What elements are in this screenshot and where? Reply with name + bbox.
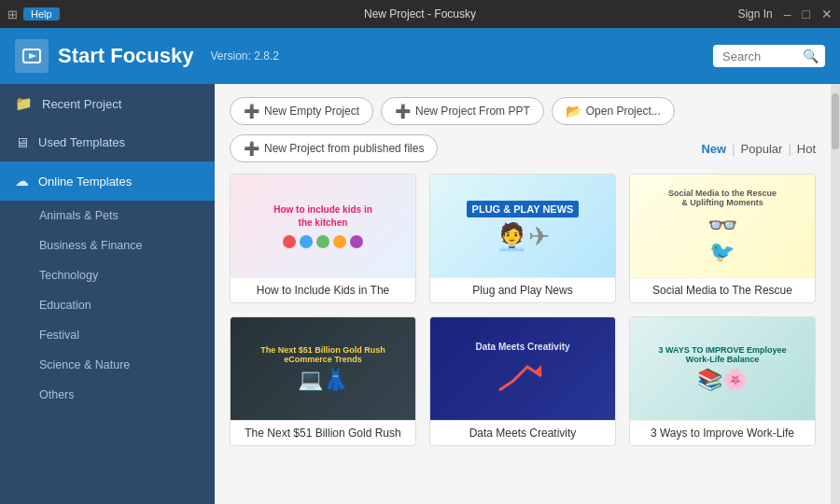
app-grid-icon: ⊞ <box>7 7 18 21</box>
sidebar-sub-science[interactable]: Science & Nature <box>0 350 215 380</box>
open-project-button[interactable]: 📂 Open Project... <box>552 97 675 125</box>
templates-grid: How to include kids inthe kitchen How to… <box>230 174 816 446</box>
app-version: Version: 2.8.2 <box>211 49 279 63</box>
template-label-3: Social Media to The Rescue <box>630 277 815 302</box>
sort-divider-2: | <box>788 142 791 156</box>
btn-ppt-label: New Project From PPT <box>415 105 530 118</box>
thumb-art-1: How to include kids inthe kitchen <box>231 175 415 277</box>
sort-divider-1: | <box>732 142 735 156</box>
template-card-1[interactable]: How to include kids inthe kitchen How to… <box>230 174 416 303</box>
sidebar-sub-business[interactable]: Business & Finance <box>0 231 215 260</box>
thumb-art-3: Social Media to the Rescue& Uplifting Mo… <box>630 175 815 277</box>
template-label-5: Data Meets Creativity <box>430 420 615 445</box>
sidebar-sub-festival[interactable]: Festival <box>0 320 215 350</box>
thumb-art-2: PLUG & PLAY NEWS 🧑‍💼✈ <box>430 175 615 277</box>
svg-marker-1 <box>29 53 36 59</box>
btn-open-label: Open Project... <box>586 105 661 118</box>
sidebar-label-recent: Recent Project <box>42 97 121 111</box>
sidebar-sub-education[interactable]: Education <box>0 290 215 320</box>
template-thumb-3: Social Media to the Rescue& Uplifting Mo… <box>630 175 815 277</box>
template-thumb-5: Data Meets Creativity <box>430 317 615 420</box>
title-bar-title: New Project - Focusky <box>364 7 476 21</box>
new-from-published-button[interactable]: ➕ New Project from published files <box>230 134 438 162</box>
template-card-5[interactable]: Data Meets Creativity Data Meets Creativ… <box>429 316 616 446</box>
scrollbar-track[interactable] <box>831 84 840 504</box>
sidebar-item-used[interactable]: 🖥 Used Templates <box>0 123 215 161</box>
thumb-art-4: The Next $51 Billion Gold RusheCommerce … <box>231 317 415 420</box>
signin-link[interactable]: Sign In <box>737 7 772 21</box>
app-header: Start Focusky Version: 2.8.2 🔍 <box>0 28 840 84</box>
sidebar-sub-others[interactable]: Others <box>0 380 215 410</box>
minimize-button[interactable]: – <box>784 7 791 21</box>
template-thumb-2: PLUG & PLAY NEWS 🧑‍💼✈ <box>430 175 615 277</box>
btn-empty-label: New Empty Project <box>264 105 359 118</box>
template-label-6: 3 Ways to Improve Work-Life <box>630 420 815 445</box>
open-folder-icon: 📂 <box>566 104 581 119</box>
sort-hot[interactable]: Hot <box>797 142 816 156</box>
plus-icon-published: ➕ <box>244 141 259 156</box>
recent-icon: 📁 <box>15 95 33 112</box>
template-card-3[interactable]: Social Media to the Rescue& Uplifting Mo… <box>629 174 816 303</box>
app-title: Start Focusky <box>58 44 194 68</box>
template-thumb-6: 3 WAYS TO IMPROVE EmployeeWork-Life Bala… <box>630 317 815 420</box>
sidebar: 📁 Recent Project 🖥 Used Templates ☁ Onli… <box>0 84 215 504</box>
main-layout: 📁 Recent Project 🖥 Used Templates ☁ Onli… <box>0 84 840 504</box>
template-label-4: The Next $51 Billion Gold Rush <box>231 420 415 445</box>
used-icon: 🖥 <box>15 134 29 150</box>
thumb-art-5: Data Meets Creativity <box>430 317 615 420</box>
sort-links: New | Popular | Hot <box>701 142 816 156</box>
online-icon: ☁ <box>15 173 29 189</box>
action-bar-top: ➕ New Empty Project ➕ New Project From P… <box>230 97 816 125</box>
new-from-ppt-button[interactable]: ➕ New Project From PPT <box>381 97 544 125</box>
template-label-1: How to Include Kids in The <box>231 277 415 302</box>
logo-icon <box>15 39 49 73</box>
template-card-4[interactable]: The Next $51 Billion Gold RusheCommerce … <box>230 316 416 446</box>
title-bar-controls: Sign In – □ ✕ <box>737 7 833 21</box>
content-area: ➕ New Empty Project ➕ New Project From P… <box>215 84 831 504</box>
template-card-2[interactable]: PLUG & PLAY NEWS 🧑‍💼✈ Plug and Play News <box>429 174 616 303</box>
search-box[interactable]: 🔍 <box>713 45 825 67</box>
sidebar-label-used: Used Templates <box>38 135 125 149</box>
sort-new[interactable]: New <box>701 142 726 156</box>
new-empty-project-button[interactable]: ➕ New Empty Project <box>230 97 373 125</box>
btn-published-label: New Project from published files <box>264 142 424 155</box>
thumb-art-6: 3 WAYS TO IMPROVE EmployeeWork-Life Bala… <box>630 317 815 420</box>
template-thumb-1: How to include kids inthe kitchen <box>231 175 415 277</box>
plus-icon-empty: ➕ <box>244 104 259 119</box>
help-button[interactable]: Help <box>23 7 60 21</box>
action-bar-bottom: ➕ New Project from published files New |… <box>230 134 816 162</box>
search-input[interactable] <box>722 49 797 63</box>
sidebar-sub-technology[interactable]: Technology <box>0 260 215 290</box>
sort-popular[interactable]: Popular <box>741 142 783 156</box>
app-logo: Start Focusky Version: 2.8.2 <box>15 39 279 73</box>
template-thumb-4: The Next $51 Billion Gold RusheCommerce … <box>231 317 415 420</box>
maximize-button[interactable]: □ <box>803 7 810 21</box>
plus-icon-ppt: ➕ <box>395 104 411 119</box>
sidebar-item-online[interactable]: ☁ Online Templates <box>0 161 215 201</box>
sidebar-label-online: Online Templates <box>38 175 132 189</box>
title-bar: ⊞ Help New Project - Focusky Sign In – □… <box>0 0 840 28</box>
scrollbar-thumb[interactable] <box>832 93 839 149</box>
close-button[interactable]: ✕ <box>821 7 833 21</box>
sidebar-item-recent[interactable]: 📁 Recent Project <box>0 84 215 123</box>
search-icon: 🔍 <box>803 49 819 63</box>
template-label-2: Plug and Play News <box>430 277 615 302</box>
title-bar-left: ⊞ Help <box>7 7 60 21</box>
template-card-6[interactable]: 3 WAYS TO IMPROVE EmployeeWork-Life Bala… <box>629 316 816 446</box>
sidebar-sub-animals[interactable]: Animals & Pets <box>0 201 215 231</box>
